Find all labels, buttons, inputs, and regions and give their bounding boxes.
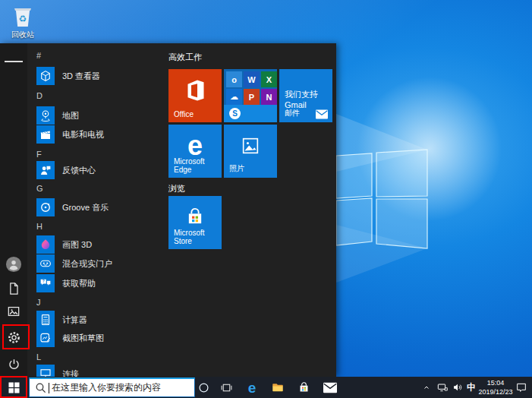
taskbar-search-box[interactable]	[29, 377, 195, 397]
edge-taskbar-icon[interactable]: e	[241, 377, 263, 398]
powerpoint-icon: P	[244, 89, 260, 105]
tray-time: 15:04	[477, 378, 514, 387]
tile-photos[interactable]: 照片	[224, 125, 277, 178]
photos-icon	[224, 128, 277, 164]
network-icon[interactable]	[434, 377, 451, 398]
mail-promo-text: 我们支持 Gmail	[285, 89, 332, 109]
ime-indicator[interactable]: 中	[464, 377, 479, 398]
tile-group-header[interactable]: 浏览	[168, 183, 185, 194]
tile-office[interactable]: Office	[168, 69, 222, 122]
tile-microsoft-store[interactable]: Microsoft Store	[168, 196, 222, 249]
windows-desktop: ♻ 回收站 #	[0, 0, 532, 398]
cortana-icon[interactable]	[193, 377, 214, 398]
text-caret	[49, 383, 49, 393]
tray-date: 2019/12/23	[477, 387, 514, 396]
tile-mail[interactable]: 我们支持 Gmail 邮件	[279, 69, 332, 122]
recycle-bin-icon: ♻	[3, 3, 42, 29]
office-folder-apps: o W X ☁ P N	[226, 71, 277, 105]
file-explorer-icon[interactable]	[267, 377, 288, 398]
tile-label: Microsoft Store	[174, 229, 222, 245]
tray-clock[interactable]: 15:04 2019/12/23	[477, 378, 514, 396]
skype-icon: S	[229, 108, 241, 119]
windows-logo-icon	[8, 382, 20, 393]
search-input[interactable]	[50, 379, 193, 396]
tile-label: Office	[174, 110, 194, 118]
tile-label: Microsoft Edge	[174, 157, 222, 174]
tile-label: 邮件	[285, 108, 300, 118]
taskbar: e 中 15:04 2019/12/23	[0, 377, 532, 398]
mail-envelope-icon	[316, 109, 328, 119]
tile-label: 照片	[229, 163, 244, 174]
mail-taskbar-icon[interactable]	[320, 377, 341, 398]
show-hidden-icons-chevron[interactable]	[419, 377, 434, 398]
outlook-icon: o	[226, 71, 242, 87]
svg-text:♻: ♻	[19, 14, 27, 24]
start-menu: # 3D 查看器 D 地图 电影和电视 F 反馈中心 G	[0, 43, 336, 377]
search-icon	[34, 381, 48, 395]
onedrive-icon: ☁	[226, 89, 242, 105]
task-view-icon[interactable]	[216, 377, 237, 398]
onenote-icon: N	[261, 89, 277, 105]
recycle-bin-shortcut[interactable]: ♻ 回收站	[3, 3, 42, 40]
start-button[interactable]	[0, 377, 27, 398]
excel-icon: X	[261, 71, 277, 87]
start-menu-tiles: 高效工作 Office o W X ☁ P N S	[0, 43, 336, 377]
tile-group-header[interactable]: 高效工作	[168, 52, 202, 63]
action-center-icon[interactable]	[512, 377, 531, 398]
tile-office-folder[interactable]: o W X ☁ P N S	[224, 69, 277, 122]
tile-microsoft-edge[interactable]: e Microsoft Edge	[168, 125, 222, 178]
office-logo-icon	[168, 72, 222, 109]
recycle-bin-label: 回收站	[3, 30, 42, 40]
word-icon: W	[244, 71, 260, 87]
store-taskbar-icon[interactable]	[293, 377, 314, 398]
